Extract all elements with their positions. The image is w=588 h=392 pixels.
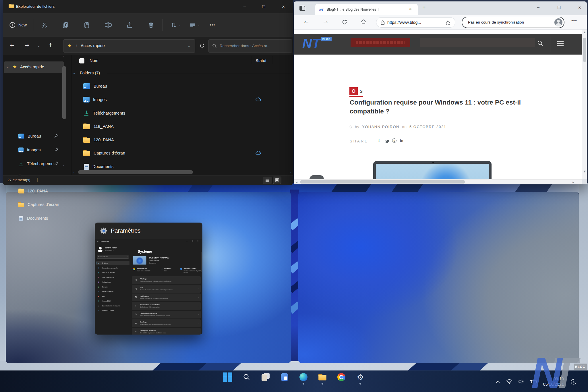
focus-moon-icon[interactable] xyxy=(570,378,577,385)
widgets-button[interactable] xyxy=(279,372,290,382)
file-row-captures[interactable]: Captures d'écran xyxy=(72,147,293,159)
taskbar-edge-button[interactable] xyxy=(298,372,309,382)
mini-nav-personnalisation[interactable]: ✎Personnalisation xyxy=(96,275,129,279)
view-button[interactable]: ⌄ xyxy=(189,22,200,28)
start-button[interactable] xyxy=(223,372,233,382)
settings-snap-preview[interactable]: Paramètres ← Paramètres — ▢ ✕ Yohann Poi… xyxy=(95,223,202,335)
linkedin-icon[interactable]: in xyxy=(400,138,403,143)
search-box[interactable]: Rechercher dans : Accès ra... xyxy=(208,39,292,53)
mini-row-assistant[interactable]: ☾Assistant de concentrationNotifications… xyxy=(132,302,201,310)
site-logo[interactable]: N T BLOG xyxy=(302,36,340,53)
back-icon[interactable]: ← xyxy=(10,42,14,48)
new-button[interactable]: New xyxy=(9,22,27,28)
mini-nav-applications[interactable]: ▦Applications xyxy=(96,280,129,284)
sidebar-item-images[interactable]: Images xyxy=(3,144,64,156)
mini-row-stockage[interactable]: ▭StockageEspace de stockage, lecteurs, r… xyxy=(132,319,201,327)
address-bar[interactable]: ★ 〉 Accès rapide ⌄ xyxy=(63,39,195,53)
taskbar-settings-button[interactable]: ⚙ xyxy=(355,372,365,382)
wifi-icon[interactable] xyxy=(506,379,512,384)
sidebar-item-120-pana[interactable]: 120_PANA xyxy=(3,185,64,197)
sidebar-item-acces-rapide[interactable]: ⌄ ★ Accès rapide xyxy=(4,61,64,73)
mini-row-batterie[interactable]: ⏻Batterie et alimentationVeille, utilisa… xyxy=(132,311,201,318)
more-options-icon[interactable]: ••• xyxy=(210,22,215,28)
mini-row-affichage[interactable]: ▢AffichageMoniteurs, luminosité, éclaira… xyxy=(132,276,201,284)
snap-zone-right[interactable] xyxy=(298,192,579,363)
browser-tab[interactable]: NT BlogNT : le Blog des Nouvelles T ✕ xyxy=(315,4,418,15)
home-icon[interactable] xyxy=(360,19,367,25)
mini-nav-jeux[interactable]: ▣Jeux xyxy=(96,294,129,298)
details-view-button[interactable] xyxy=(263,177,272,184)
sync-status-button[interactable]: Pas en cours de synchronisation xyxy=(462,17,564,28)
sort-button[interactable]: ⌄ xyxy=(170,22,181,28)
address-bar[interactable]: https://www.blog... xyxy=(376,17,455,28)
category-badge[interactable]: O xyxy=(349,87,358,95)
mini-nav-windows-update[interactable]: ↻Windows Update xyxy=(96,308,129,313)
mini-nav-bluetooth[interactable]: ᛒBluetooth et appareils xyxy=(96,266,129,270)
mini-nav-accessibilite[interactable]: ☉Accessibilité xyxy=(96,299,129,303)
task-view-button[interactable] xyxy=(260,372,271,382)
edge-minimize-button[interactable]: ─ xyxy=(534,4,542,11)
sidebar-item-captures[interactable]: Captures d'écran xyxy=(3,199,64,210)
breadcrumb[interactable]: Accès rapide xyxy=(81,43,105,48)
vertical-tabs-icon[interactable] xyxy=(299,5,306,12)
group-header[interactable]: ⌄ Folders (7) xyxy=(72,69,293,78)
file-row-bureau[interactable]: Bureau xyxy=(72,80,293,92)
mini-search-input[interactable]: mode sombre ⌕ xyxy=(97,255,129,259)
mini-back-icon[interactable]: ← xyxy=(97,240,98,242)
header-nav-button[interactable] xyxy=(351,38,410,47)
edge-menu-icon[interactable]: ••• xyxy=(571,18,577,23)
share-icon[interactable] xyxy=(126,22,133,28)
select-all-checkbox[interactable] xyxy=(79,58,84,63)
tab-close-icon[interactable]: ✕ xyxy=(409,7,412,11)
article-title[interactable]: Configuration requise pour Windows 11 : … xyxy=(350,98,528,116)
minimize-button[interactable]: ─ xyxy=(241,3,249,10)
url-text[interactable]: https://www.blog... xyxy=(387,20,421,25)
close-button[interactable]: ✕ xyxy=(279,3,287,10)
site-menu-icon[interactable] xyxy=(557,40,564,47)
mini-nav-reseau[interactable]: ◍Réseau et Internet xyxy=(96,271,129,275)
file-row-images[interactable]: Images xyxy=(72,93,293,106)
mini-scrollbar[interactable] xyxy=(202,252,202,272)
recent-locations-icon[interactable]: ⌄ xyxy=(37,44,40,48)
taskbar-explorer-button[interactable] xyxy=(317,372,328,382)
mini-nav-confidentialite[interactable]: ▲Confidentialité et sécurité xyxy=(96,304,129,308)
twitter-icon[interactable] xyxy=(385,140,390,143)
list-hscrollbar[interactable]: ‹ › xyxy=(72,169,293,175)
forward-icon[interactable]: → xyxy=(25,42,29,48)
taskbar-chrome-button[interactable] xyxy=(336,372,347,382)
mini-row-notifications[interactable]: 🗘NotificationsAlertes provenant des appl… xyxy=(132,293,201,301)
edge-close-button[interactable]: ✕ xyxy=(576,4,584,11)
file-row-telechargements[interactable]: Téléchargements xyxy=(72,107,293,119)
sidebar-item-bureau[interactable]: Bureau xyxy=(3,130,64,142)
file-row-120-pana[interactable]: 120_PANA xyxy=(72,134,293,146)
refresh-icon[interactable] xyxy=(199,43,205,49)
column-name[interactable]: Nom xyxy=(90,58,98,63)
site-search-icon[interactable] xyxy=(537,40,543,47)
address-dropdown-icon[interactable]: ⌄ xyxy=(188,44,190,48)
paste-icon[interactable] xyxy=(83,22,90,28)
battery-icon[interactable] xyxy=(530,379,537,384)
sidebar-scrollbar[interactable]: ˄ ˅ xyxy=(61,55,68,175)
mini-row-partage[interactable]: ⇄Partage de proximitéDétectabilité, empl… xyxy=(132,328,201,335)
browser-forward-icon[interactable]: → xyxy=(323,19,328,25)
browser-back-icon[interactable]: ← xyxy=(304,19,309,25)
mini-nav-comptes[interactable]: ◉Comptes xyxy=(96,285,129,289)
author-link[interactable]: YOHANN POIRON xyxy=(362,125,399,129)
page-hscrollbar[interactable]: ◄ ► xyxy=(294,179,582,184)
column-status[interactable]: Statut xyxy=(256,58,266,63)
sidebar-item-documents[interactable]: Documents xyxy=(3,213,64,224)
cut-icon[interactable] xyxy=(41,22,48,28)
mini-nav-systeme[interactable]: ▭Système xyxy=(96,261,129,265)
volume-icon[interactable] xyxy=(518,379,524,384)
mini-nav-heure[interactable]: ◷Heure et langue xyxy=(96,289,129,294)
maximize-button[interactable]: ☐ xyxy=(260,3,268,10)
sidebar-item-telechargements[interactable]: Téléchargements xyxy=(3,158,64,169)
delete-icon[interactable] xyxy=(148,22,154,28)
file-row-118-pana[interactable]: 118_PANA xyxy=(72,120,293,133)
dark-mode-toggle[interactable] xyxy=(310,175,324,179)
taskbar-clock[interactable]: 09:10 05/10/2021 xyxy=(543,376,564,387)
edge-maximize-button[interactable]: ☐ xyxy=(555,4,563,11)
favorite-star-icon[interactable] xyxy=(445,20,450,25)
up-icon[interactable]: ↑ xyxy=(48,42,53,48)
browser-refresh-icon[interactable] xyxy=(341,19,348,25)
